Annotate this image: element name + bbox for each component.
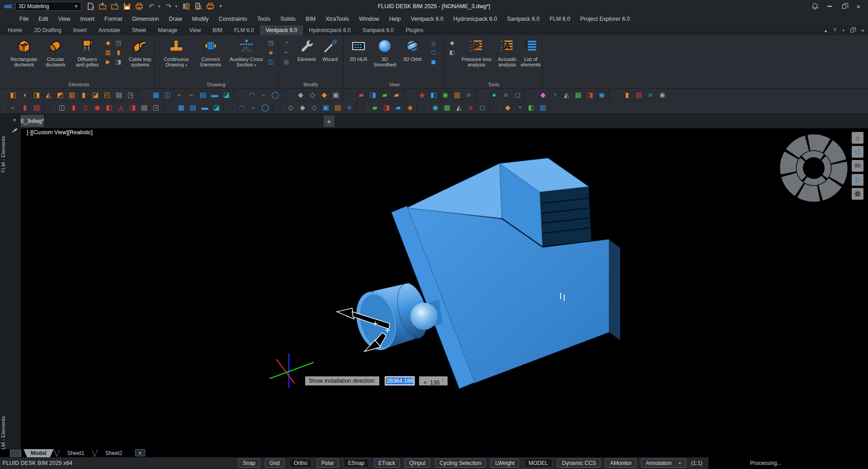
redo-dropdown-icon[interactable]: ▼ — [175, 5, 178, 9]
layout-tab-sheet2[interactable]: Sheet2 — [98, 449, 130, 457]
toolbar-button[interactable]: ▤ — [332, 102, 344, 113]
toolbar-button[interactable] — [282, 90, 294, 101]
toolbar-button[interactable]: ◈ — [404, 102, 416, 113]
layout-tab-model[interactable]: Model — [24, 449, 54, 457]
toolbar-button[interactable]: ● — [488, 89, 500, 100]
toolbar-button[interactable]: ≡ — [500, 89, 512, 100]
mini-tool-button[interactable]: ▥ — [104, 48, 112, 56]
mini-tool-button[interactable]: ◻ — [429, 48, 438, 56]
toolbar-button[interactable]: ▰ — [392, 102, 404, 113]
mini-tool-button[interactable]: ▮ — [114, 48, 123, 56]
print-icon[interactable] — [135, 2, 144, 11]
toolbar-button[interactable] — [417, 103, 429, 113]
toolbar-button[interactable]: ◭ — [561, 89, 572, 100]
toolbar-button[interactable]: ≡ — [645, 89, 656, 100]
chevron-down-icon[interactable]: ▾ — [255, 63, 256, 67]
toolbar-button[interactable]: ▦ — [175, 102, 187, 113]
ribbon-tab[interactable]: Plugins — [400, 25, 429, 35]
toolbar-button[interactable]: ◨ — [127, 102, 138, 113]
toolbar-button[interactable]: ◬ — [115, 102, 127, 113]
toolbar-button[interactable]: ◭ — [453, 102, 465, 113]
panel-tab-flm-elements-top[interactable]: FLM - Elements — [0, 118, 9, 173]
close-button[interactable]: × — [853, 2, 864, 11]
2d-hlr-button[interactable]: 2D HLR — [346, 37, 371, 62]
layout-indicator[interactable] — [10, 450, 21, 457]
toolbar-button[interactable]: ◨ — [31, 89, 42, 100]
toolbar-button[interactable]: ▰ — [369, 102, 381, 113]
toolbar-button[interactable]: ◪ — [221, 89, 232, 100]
ribbon-tab[interactable]: FLM 6.0 — [228, 25, 260, 35]
menu-item[interactable]: Window — [354, 13, 384, 25]
toolbar-button[interactable]: ◯ — [269, 89, 281, 100]
toolbar-button[interactable]: ▣ — [330, 89, 342, 100]
toolbar-button[interactable]: ◉ — [429, 102, 441, 113]
menu-item[interactable]: Insert — [75, 13, 99, 25]
toolbar-button[interactable]: ◯ — [259, 102, 271, 113]
open-project-icon[interactable] — [110, 2, 119, 11]
ribbon-restore-icon[interactable] — [851, 28, 854, 32]
ribbon-tab[interactable]: Sanipack 6.0 — [357, 25, 400, 35]
ribbon-tab[interactable]: Manage — [152, 25, 183, 35]
toolbar-button[interactable]: ◨ — [367, 89, 379, 100]
toolbar-button[interactable]: ◆ — [295, 89, 307, 100]
redo-icon[interactable]: ↷ — [164, 2, 173, 11]
new-drawing-icon[interactable] — [86, 2, 95, 11]
toolbar-button[interactable] — [343, 90, 354, 101]
save-icon[interactable] — [123, 2, 132, 11]
toolbar-button[interactable]: ◔ — [514, 102, 525, 113]
toolbar-button[interactable]: ◆ — [297, 102, 308, 113]
toolbar-button[interactable]: ▣ — [320, 102, 332, 113]
panel-tab-flm-elements-bottom[interactable]: FLM - Elements — [0, 399, 9, 453]
menu-item[interactable]: Help — [384, 13, 406, 25]
status-toggle-button[interactable]: Cycling Selection — [435, 459, 486, 468]
menu-item[interactable]: Solids — [275, 13, 301, 25]
help-icon[interactable]: ? — [833, 28, 836, 33]
toolbar-button[interactable]: ▮ — [68, 102, 80, 113]
ribbon-collapse-icon[interactable]: ▴ — [825, 28, 827, 33]
ribbon-tab[interactable]: Sheet — [126, 25, 152, 35]
qat-customize-icon[interactable]: ▼ — [219, 4, 223, 9]
batch-print-icon[interactable] — [206, 2, 215, 11]
toolbar-button[interactable]: ▮ — [78, 89, 90, 100]
toolbar-button[interactable]: ◈ — [416, 89, 428, 100]
list-of-elements-button[interactable]: List of elements — [520, 37, 541, 67]
status-toggle-button[interactable]: AMonitor — [605, 459, 636, 468]
pressure-loss-analysis-button[interactable]: +−+×P Pressure loss analysis — [460, 37, 493, 67]
toolbar-button[interactable]: ▮ — [621, 89, 633, 100]
mini-tool-button[interactable]: ◎ — [282, 58, 290, 66]
menu-item[interactable]: BIM — [301, 13, 321, 25]
menu-item[interactable]: Dimension — [127, 13, 164, 25]
menu-item[interactable]: Tools — [252, 13, 275, 25]
home-view-button[interactable]: ⌂ — [852, 132, 863, 144]
toolbar-button[interactable]: ◗ — [19, 89, 31, 100]
mini-tool-button[interactable]: ◆ — [448, 39, 456, 47]
ribbon-tab[interactable]: Insert — [67, 25, 93, 35]
ribbon-tab[interactable]: View — [184, 25, 207, 35]
status-toggle-button[interactable]: Dynamic CCS — [557, 459, 600, 468]
toolbar-button[interactable]: ◆ — [502, 102, 514, 113]
toolbar-button[interactable]: ▥ — [66, 89, 78, 100]
layout-tab-sheet1[interactable]: Sheet1 — [60, 449, 92, 457]
menu-item[interactable]: Edit — [33, 13, 53, 25]
mini-tool-button[interactable]: ◔ — [282, 39, 290, 47]
toolbar-button[interactable] — [233, 90, 245, 101]
toolbar-button[interactable]: ◧ — [7, 89, 19, 100]
auxiliary-cross-section-button[interactable]: Auxiliary Cross Section ▾ — [227, 37, 266, 68]
continuous-drawing-button[interactable]: Continuous Drawing ▾ — [159, 37, 193, 68]
menu-item[interactable]: Project Explorer 6.0 — [576, 13, 635, 25]
toolbar-button[interactable] — [609, 90, 620, 101]
modify-element-button[interactable]: Element — [295, 37, 318, 62]
toolbar-button[interactable]: ◉ — [656, 89, 668, 100]
wizard-button[interactable]: Wizard — [319, 37, 341, 62]
ribbon-close-icon[interactable]: × — [861, 27, 864, 34]
close-tab-icon[interactable]: × — [29, 118, 32, 124]
menu-item[interactable]: FLM 6.0 — [545, 13, 576, 25]
toolbar-button[interactable]: ▤ — [113, 89, 125, 100]
status-toggle-button[interactable]: Snap — [238, 459, 260, 468]
toolbar-button[interactable]: ▤ — [31, 102, 42, 113]
rotate-cw-button[interactable]: ↻ — [852, 174, 863, 186]
toolbar-button[interactable]: ◩ — [54, 89, 66, 100]
toolbar-button[interactable]: ◻ — [512, 89, 524, 100]
ribbon-tab[interactable]: BIM — [207, 25, 228, 35]
toolbar-button[interactable]: ≡ — [465, 102, 476, 113]
